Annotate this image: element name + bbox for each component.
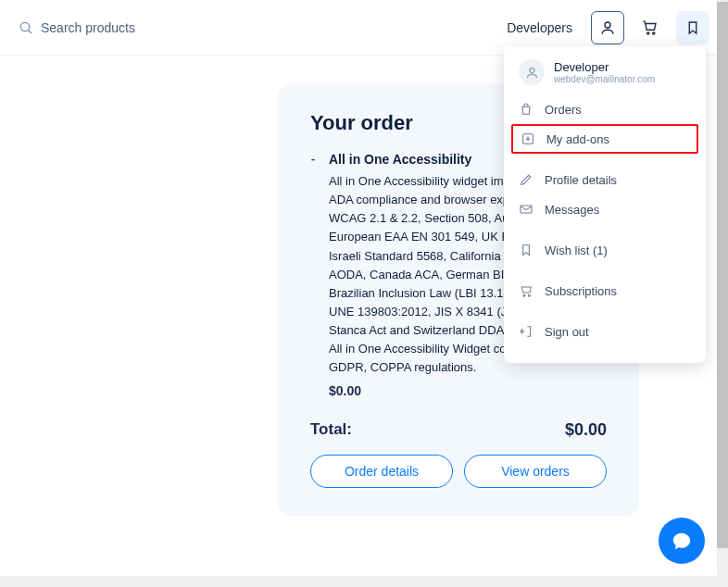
- cart-icon: [642, 19, 659, 36]
- avatar: [519, 59, 545, 85]
- svg-point-3: [647, 31, 649, 33]
- dropdown-item-wishlist[interactable]: Wish list (1): [504, 235, 706, 265]
- item-price: $0.00: [329, 383, 607, 398]
- svg-point-2: [605, 22, 610, 28]
- search-input[interactable]: [41, 20, 226, 35]
- bookmark-icon: [519, 243, 533, 257]
- dropdown-user-email: webdev@mailinator.com: [554, 74, 655, 84]
- dropdown-item-signout[interactable]: Sign out: [504, 317, 706, 346]
- user-button[interactable]: [591, 11, 624, 44]
- dropdown-user-name: Developer: [554, 60, 655, 74]
- user-dropdown: Developer webdev@mailinator.com Orders M…: [504, 46, 706, 363]
- svg-point-8: [523, 294, 525, 296]
- user-icon: [525, 66, 539, 80]
- svg-rect-7: [521, 206, 532, 213]
- dropdown-item-messages[interactable]: Messages: [504, 194, 706, 224]
- bookmark-button[interactable]: [676, 11, 709, 44]
- dropdown-item-orders[interactable]: Orders: [504, 94, 706, 124]
- dropdown-user: Developer webdev@mailinator.com: [504, 59, 706, 94]
- dropdown-item-profile[interactable]: Profile details: [504, 165, 706, 194]
- search-icon: [19, 20, 33, 35]
- mail-icon: [519, 202, 533, 217]
- total-value: $0.00: [565, 420, 607, 440]
- svg-point-4: [653, 31, 655, 33]
- bag-icon: [519, 102, 533, 117]
- svg-point-0: [20, 22, 29, 31]
- svg-point-5: [530, 68, 534, 72]
- cart-icon: [519, 283, 533, 298]
- total-label: Total:: [310, 420, 352, 440]
- total-row: Total: $0.00: [310, 420, 607, 440]
- header-right: Developers: [507, 11, 709, 44]
- dropdown-item-subscriptions[interactable]: Subscriptions: [504, 276, 706, 306]
- developers-link[interactable]: Developers: [507, 20, 572, 35]
- svg-point-9: [528, 294, 530, 296]
- bookmark-icon: [684, 19, 701, 36]
- item-thumb: ⁃: [310, 154, 316, 398]
- order-details-button[interactable]: Order details: [310, 455, 453, 488]
- chat-button[interactable]: [659, 518, 705, 564]
- user-icon: [599, 19, 616, 36]
- pencil-icon: [519, 172, 533, 187]
- dropdown-item-my-addons[interactable]: My add-ons: [511, 124, 698, 154]
- signout-icon: [519, 324, 533, 339]
- download-box-icon: [521, 131, 535, 146]
- cart-button[interactable]: [634, 11, 667, 44]
- horizontal-scrollbar[interactable]: [0, 576, 728, 587]
- view-orders-button[interactable]: View orders: [464, 455, 607, 488]
- search-wrap: [19, 20, 507, 35]
- vertical-scrollbar[interactable]: [717, 0, 728, 576]
- svg-line-1: [29, 30, 31, 32]
- chat-icon: [672, 531, 692, 551]
